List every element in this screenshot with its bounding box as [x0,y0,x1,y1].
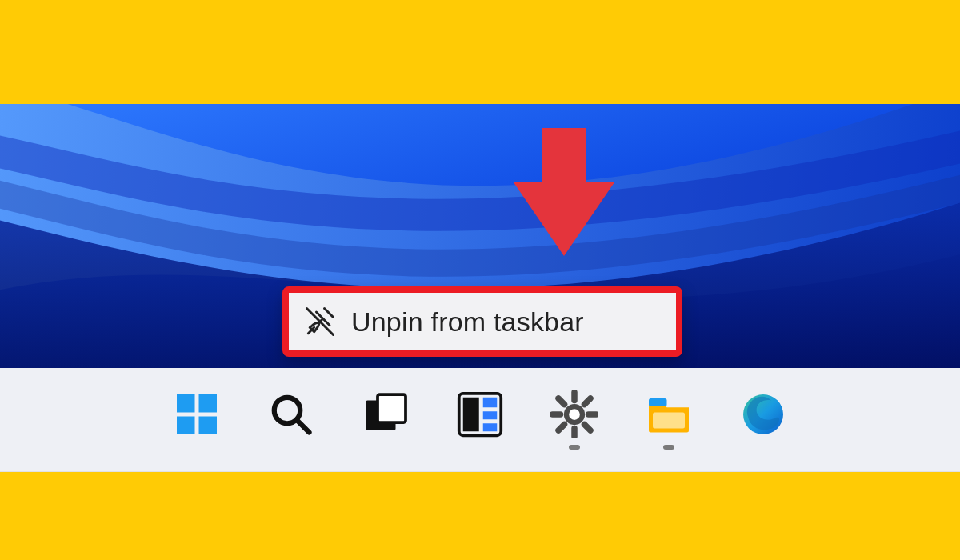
svg-rect-2 [177,394,195,413]
taskbar-edge-button[interactable] [739,390,787,450]
svg-rect-9 [378,394,406,422]
task-view-icon [362,390,410,438]
down-arrow-icon [512,128,616,264]
svg-rect-13 [483,411,498,419]
svg-rect-5 [199,417,218,435]
svg-rect-25 [653,413,685,429]
screenshot-stage: Unpin from taskbar [0,0,960,560]
svg-line-7 [298,421,310,433]
svg-rect-14 [483,423,498,431]
svg-rect-11 [463,398,479,432]
svg-rect-24 [649,398,667,406]
edge-icon [739,390,787,438]
taskbar-widgets-button[interactable] [456,390,504,450]
svg-rect-12 [483,398,498,408]
svg-line-22 [585,398,591,405]
file-explorer-icon [645,390,693,438]
svg-line-21 [585,425,591,431]
start-icon [173,390,221,438]
widgets-icon [456,390,504,438]
unpin-icon [289,304,351,339]
svg-line-20 [558,398,565,405]
taskbar-start-button[interactable] [173,390,221,450]
taskbar-search-button[interactable] [267,390,315,450]
taskbar-settings-button[interactable] [550,390,598,450]
search-icon [267,390,315,438]
context-menu-unpin[interactable]: Unpin from taskbar [282,286,682,357]
settings-icon [550,390,598,438]
taskbar-task-view-button[interactable] [362,390,410,450]
svg-line-23 [558,425,565,431]
svg-point-15 [566,406,582,422]
context-menu-label: Unpin from taskbar [351,306,584,338]
taskbar-file-explorer-button[interactable] [645,390,693,450]
taskbar [0,368,960,472]
svg-rect-4 [177,417,195,435]
annotation-pointer-arrow [512,128,616,267]
svg-rect-3 [199,394,218,413]
